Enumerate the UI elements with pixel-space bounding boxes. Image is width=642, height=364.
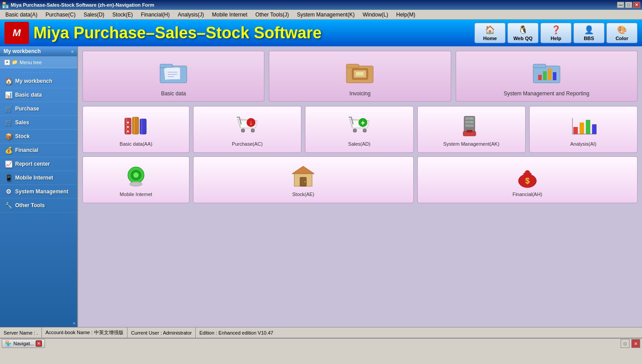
menu-item-help[interactable]: Help(M) <box>393 11 419 19</box>
big-cards-row: Basic data Invoicing <box>82 51 638 102</box>
sidebar-expand-bottom: » <box>0 319 77 327</box>
header-btn-bbs[interactable]: 👤BBS <box>573 23 605 43</box>
menu-item-window[interactable]: Window(L) <box>359 11 391 19</box>
sidebar-scroll-indicator: . . . . . . . . . . <box>0 68 77 74</box>
svg-rect-22 <box>140 119 146 134</box>
sidebar-nav-icon-purchase: 🛒 <box>4 105 12 113</box>
svg-rect-41 <box>465 121 474 123</box>
task-close-btn[interactable]: ✕ <box>36 340 42 347</box>
small-card-label-mobile-internet: Mobile Internet <box>120 192 152 197</box>
small-card-system-mgmt-ak[interactable]: System Management(AK) <box>417 106 526 153</box>
svg-text:↓: ↓ <box>249 119 252 126</box>
taskbar-close-all-btn[interactable]: ✕ <box>631 339 640 348</box>
menu-item-stock[interactable]: Stock(E) <box>109 11 136 19</box>
svg-point-36 <box>363 129 366 132</box>
header-btn-icon-home: 🏠 <box>485 25 495 35</box>
titlebar-maximize[interactable]: □ <box>625 2 632 8</box>
big-card-label-basic-data: Basic data <box>161 90 186 97</box>
svg-rect-23 <box>141 119 142 134</box>
sidebar-nav-item-sales[interactable]: 🛒Sales <box>0 116 77 130</box>
big-card-label-invoicing: Invoicing <box>350 90 370 97</box>
small-card-sales-ad[interactable]: + Sales(AD) <box>305 106 413 153</box>
svg-rect-48 <box>580 123 584 134</box>
sidebar-nav-label-stock: Stock <box>15 133 30 139</box>
status-user: Current User : Administrator <box>128 327 196 338</box>
titlebar-buttons: — □ ✕ <box>617 2 640 8</box>
sidebar-nav-item-system-management[interactable]: ⚙System Management <box>0 185 77 199</box>
menu-item-basic-data[interactable]: Basic data(A) <box>2 11 41 19</box>
sidebar-nav-item-financial[interactable]: 💰Financial <box>0 143 77 157</box>
svg-rect-15 <box>543 71 547 80</box>
small-card-purchase-ac[interactable]: ↓ Purchase(AC) <box>193 106 301 153</box>
sidebar-nav-icon-sales: 🛒 <box>4 119 12 127</box>
svg-point-30 <box>130 182 142 186</box>
small-card-stock-ae[interactable]: Stock(AE) <box>193 156 414 203</box>
header-btn-color[interactable]: 🎨Color <box>606 23 638 43</box>
sidebar-nav-item-purchase[interactable]: 🛒Purchase <box>0 102 77 116</box>
small-card-analysis-ai[interactable]: Analysis(AI) <box>529 106 638 153</box>
header-btn-label-help: Help <box>551 36 561 41</box>
menu-item-purchase[interactable]: Purchase(C) <box>42 11 79 19</box>
svg-point-25 <box>127 126 129 128</box>
svg-marker-53 <box>292 166 314 174</box>
status-user-text: Current User : Administrator <box>131 330 192 335</box>
titlebar-close[interactable]: ✕ <box>633 2 640 8</box>
svg-rect-40 <box>465 117 474 120</box>
big-card-basic-data[interactable]: Basic data <box>82 51 264 102</box>
menu-item-system-management[interactable]: System Management(K) <box>293 11 358 19</box>
header-btn-label-home: Home <box>483 36 497 41</box>
status-server-text: Server Name : . <box>4 330 38 335</box>
small-card-mobile-internet[interactable]: Mobile Internet <box>82 156 189 203</box>
small-card-label-basic-data-aa: Basic data(AA) <box>119 141 152 147</box>
taskbar-right: □ ✕ <box>621 339 640 348</box>
menu-item-financial[interactable]: Financial(H) <box>137 11 173 19</box>
svg-rect-20 <box>132 117 139 134</box>
sidebar-nav-item-other-tools[interactable]: 🔧Other Tools <box>0 199 77 213</box>
menu-item-sales[interactable]: Sales(D) <box>80 11 108 19</box>
header-buttons: 🏠Home🐧Web QQ❓Help👤BBS🎨Color <box>474 23 638 43</box>
big-card-system-management[interactable]: System Management and Reporting <box>456 51 638 102</box>
svg-rect-21 <box>134 117 135 134</box>
header-btn-help[interactable]: ❓Help <box>540 23 572 43</box>
sidebar-nav-icon-report-center: 📈 <box>4 160 12 168</box>
menu-item-mobile-internet[interactable]: Mobile Internet <box>208 11 251 19</box>
small-card-basic-data-aa[interactable]: Basic data(AA) <box>82 106 189 153</box>
sidebar-nav-label-purchase: Purchase <box>15 106 39 112</box>
small-card-icon-purchase-ac: ↓ <box>234 113 261 139</box>
svg-point-44 <box>471 121 472 123</box>
sidebar-collapse-btn[interactable]: « <box>71 49 74 54</box>
task-item-navigate[interactable]: 🏪 Navigat... ✕ <box>2 339 45 348</box>
header-btn-home[interactable]: 🏠Home <box>474 23 506 43</box>
sidebar-nav-item-mobile-internet[interactable]: 📱Mobile Internet <box>0 171 77 185</box>
titlebar: 🏪 Miya Purchase-Sales-Stock Software (zh… <box>0 0 642 10</box>
sidebar-nav-item-report-center[interactable]: 📈Report center <box>0 157 77 171</box>
menu-item-other-tools[interactable]: Other Tools(J) <box>252 11 292 19</box>
sidebar-nav-item-my-workbench[interactable]: 🏠My workbench <box>0 74 77 88</box>
header-logo: M <box>4 22 29 44</box>
status-account: Account-book Name : 中英文增强版 <box>42 327 128 338</box>
sidebar-nav-item-stock[interactable]: 📦Stock <box>0 130 77 143</box>
svg-point-31 <box>241 129 245 132</box>
small-card-financial-ah[interactable]: $ Financial(AH) <box>417 156 638 203</box>
tree-expand-icon[interactable]: + <box>4 60 10 65</box>
sidebar-nav: 🏠My workbench📊Basic data🛒Purchase🛒Sales📦… <box>0 74 77 213</box>
statusbar: Server Name : . Account-book Name : 中英文增… <box>0 327 642 338</box>
sidebar-nav-item-basic-data[interactable]: 📊Basic data <box>0 88 77 102</box>
svg-rect-19 <box>126 118 127 134</box>
svg-point-56 <box>305 181 306 183</box>
big-card-invoicing[interactable]: Invoicing <box>269 51 451 102</box>
tree-label: Menu tree <box>20 60 42 65</box>
status-server: Server Name : . <box>0 327 42 338</box>
menu-tree-item[interactable]: + 📁 Menu tree <box>3 58 74 66</box>
sidebar-nav-label-system-management: System Management <box>15 188 68 195</box>
taskbar-restore-btn[interactable]: □ <box>621 339 630 348</box>
small-card-label-purchase-ac: Purchase(AC) <box>232 141 263 147</box>
menu-item-analysis[interactable]: Analysis(J) <box>174 11 208 19</box>
sidebar-expand-btn[interactable]: » <box>73 321 75 326</box>
titlebar-minimize[interactable]: — <box>617 2 624 8</box>
content-area: Basic data Invoicing <box>78 46 642 327</box>
header-btn-webqq[interactable]: 🐧Web QQ <box>507 23 539 43</box>
small-card-label-system-mgmt-ak: System Management(AK) <box>443 141 499 147</box>
task-item-label: Navigat... <box>13 341 34 346</box>
small-card-label-analysis-ai: Analysis(AI) <box>570 141 597 147</box>
